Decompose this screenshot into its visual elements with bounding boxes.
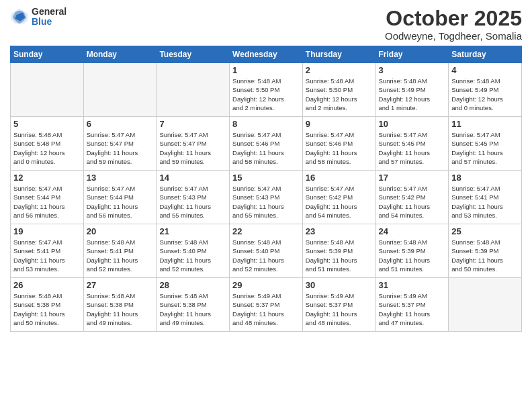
day-cell-0-6: 4Sunrise: 5:48 AM Sunset: 5:49 PM Daylig… <box>449 63 522 117</box>
day-cell-0-5: 3Sunrise: 5:48 AM Sunset: 5:49 PM Daylig… <box>375 63 449 117</box>
day-cell-0-0 <box>11 63 84 117</box>
location: Oodweyne, Togdheer, Somalia <box>385 30 522 42</box>
day-number-4-4: 30 <box>306 280 373 290</box>
day-number-4-0: 26 <box>13 280 81 290</box>
day-info-4-0: Sunrise: 5:48 AM Sunset: 5:38 PM Dayligh… <box>13 291 81 327</box>
day-number-3-1: 20 <box>87 226 154 236</box>
day-cell-2-6: 18Sunrise: 5:47 AM Sunset: 5:41 PM Dayli… <box>449 171 522 224</box>
day-info-0-3: Sunrise: 5:48 AM Sunset: 5:50 PM Dayligh… <box>232 77 300 112</box>
day-cell-3-0: 19Sunrise: 5:47 AM Sunset: 5:41 PM Dayli… <box>11 224 84 278</box>
day-info-2-0: Sunrise: 5:47 AM Sunset: 5:44 PM Dayligh… <box>13 184 81 220</box>
day-cell-4-0: 26Sunrise: 5:48 AM Sunset: 5:38 PM Dayli… <box>11 278 84 332</box>
day-cell-2-3: 15Sunrise: 5:47 AM Sunset: 5:43 PM Dayli… <box>230 171 303 224</box>
day-number-1-0: 5 <box>13 119 81 129</box>
day-cell-1-4: 9Sunrise: 5:47 AM Sunset: 5:46 PM Daylig… <box>302 117 375 171</box>
day-number-0-5: 3 <box>379 65 446 75</box>
day-number-4-1: 27 <box>87 280 154 290</box>
day-cell-1-5: 10Sunrise: 5:47 AM Sunset: 5:45 PM Dayli… <box>375 117 449 171</box>
day-info-3-0: Sunrise: 5:47 AM Sunset: 5:41 PM Dayligh… <box>13 238 81 273</box>
logo-general: General <box>32 7 66 17</box>
day-number-2-5: 17 <box>379 173 446 183</box>
day-info-2-3: Sunrise: 5:47 AM Sunset: 5:43 PM Dayligh… <box>232 184 300 220</box>
day-number-2-1: 13 <box>87 173 154 183</box>
day-info-1-0: Sunrise: 5:48 AM Sunset: 5:48 PM Dayligh… <box>13 130 81 166</box>
day-info-2-1: Sunrise: 5:47 AM Sunset: 5:44 PM Dayligh… <box>87 184 154 220</box>
weekday-header-row: Sunday Monday Tuesday Wednesday Thursday… <box>11 46 522 63</box>
day-info-3-3: Sunrise: 5:48 AM Sunset: 5:40 PM Dayligh… <box>232 238 300 273</box>
day-info-4-2: Sunrise: 5:48 AM Sunset: 5:38 PM Dayligh… <box>159 291 226 327</box>
week-row-0: 1Sunrise: 5:48 AM Sunset: 5:50 PM Daylig… <box>11 63 522 117</box>
day-cell-2-5: 17Sunrise: 5:47 AM Sunset: 5:42 PM Dayli… <box>375 171 449 224</box>
day-info-4-4: Sunrise: 5:49 AM Sunset: 5:37 PM Dayligh… <box>306 291 373 327</box>
week-row-3: 19Sunrise: 5:47 AM Sunset: 5:41 PM Dayli… <box>11 224 522 278</box>
day-cell-0-1 <box>83 63 157 117</box>
day-number-1-3: 8 <box>232 119 300 129</box>
day-number-2-3: 15 <box>232 173 300 183</box>
day-cell-2-1: 13Sunrise: 5:47 AM Sunset: 5:44 PM Dayli… <box>83 171 157 224</box>
day-number-0-3: 1 <box>232 65 300 75</box>
day-number-3-3: 22 <box>232 226 300 236</box>
day-cell-0-4: 2Sunrise: 5:48 AM Sunset: 5:50 PM Daylig… <box>302 63 375 117</box>
header-tuesday: Tuesday <box>157 46 230 63</box>
day-cell-4-5: 31Sunrise: 5:49 AM Sunset: 5:37 PM Dayli… <box>375 278 449 332</box>
day-info-2-5: Sunrise: 5:47 AM Sunset: 5:42 PM Dayligh… <box>379 184 446 220</box>
day-info-4-5: Sunrise: 5:49 AM Sunset: 5:37 PM Dayligh… <box>379 291 446 327</box>
day-number-1-6: 11 <box>451 119 519 129</box>
day-info-0-5: Sunrise: 5:48 AM Sunset: 5:49 PM Dayligh… <box>379 77 446 112</box>
day-cell-4-1: 27Sunrise: 5:48 AM Sunset: 5:38 PM Dayli… <box>83 278 157 332</box>
header-wednesday: Wednesday <box>230 46 303 63</box>
day-number-1-4: 9 <box>306 119 373 129</box>
header-sunday: Sunday <box>11 46 84 63</box>
header-thursday: Thursday <box>302 46 375 63</box>
logo-text: General Blue <box>32 7 66 28</box>
day-info-3-2: Sunrise: 5:48 AM Sunset: 5:40 PM Dayligh… <box>159 238 226 273</box>
day-cell-1-1: 6Sunrise: 5:47 AM Sunset: 5:47 PM Daylig… <box>83 117 157 171</box>
day-number-3-0: 19 <box>13 226 81 236</box>
day-cell-4-3: 29Sunrise: 5:49 AM Sunset: 5:37 PM Dayli… <box>230 278 303 332</box>
day-number-1-5: 10 <box>379 119 446 129</box>
day-info-1-3: Sunrise: 5:47 AM Sunset: 5:46 PM Dayligh… <box>232 130 300 166</box>
day-cell-3-6: 25Sunrise: 5:48 AM Sunset: 5:39 PM Dayli… <box>449 224 522 278</box>
header-friday: Friday <box>375 46 449 63</box>
week-row-1: 5Sunrise: 5:48 AM Sunset: 5:48 PM Daylig… <box>11 117 522 171</box>
day-info-3-4: Sunrise: 5:48 AM Sunset: 5:39 PM Dayligh… <box>306 238 373 273</box>
day-info-2-4: Sunrise: 5:47 AM Sunset: 5:42 PM Dayligh… <box>306 184 373 220</box>
day-number-4-5: 31 <box>379 280 446 290</box>
header: General Blue October 2025 Oodweyne, Togd… <box>10 7 522 42</box>
day-cell-2-0: 12Sunrise: 5:47 AM Sunset: 5:44 PM Dayli… <box>11 171 84 224</box>
day-cell-4-4: 30Sunrise: 5:49 AM Sunset: 5:37 PM Dayli… <box>302 278 375 332</box>
day-info-1-2: Sunrise: 5:47 AM Sunset: 5:47 PM Dayligh… <box>159 130 226 166</box>
day-cell-0-3: 1Sunrise: 5:48 AM Sunset: 5:50 PM Daylig… <box>230 63 303 117</box>
day-number-3-2: 21 <box>159 226 226 236</box>
day-number-2-0: 12 <box>13 173 81 183</box>
day-number-2-6: 18 <box>451 173 519 183</box>
day-cell-2-2: 14Sunrise: 5:47 AM Sunset: 5:43 PM Dayli… <box>157 171 230 224</box>
day-info-2-6: Sunrise: 5:47 AM Sunset: 5:41 PM Dayligh… <box>451 184 519 220</box>
day-number-1-2: 7 <box>159 119 226 129</box>
day-number-2-2: 14 <box>159 173 226 183</box>
day-number-4-2: 28 <box>159 280 226 290</box>
header-monday: Monday <box>83 46 157 63</box>
day-cell-3-1: 20Sunrise: 5:48 AM Sunset: 5:41 PM Dayli… <box>83 224 157 278</box>
day-cell-3-4: 23Sunrise: 5:48 AM Sunset: 5:39 PM Dayli… <box>302 224 375 278</box>
logo-icon <box>10 7 29 26</box>
day-number-3-5: 24 <box>379 226 446 236</box>
month-title: October 2025 <box>385 7 522 30</box>
day-info-0-6: Sunrise: 5:48 AM Sunset: 5:49 PM Dayligh… <box>451 77 519 112</box>
day-info-1-5: Sunrise: 5:47 AM Sunset: 5:45 PM Dayligh… <box>379 130 446 166</box>
day-info-3-5: Sunrise: 5:48 AM Sunset: 5:39 PM Dayligh… <box>379 238 446 273</box>
day-info-1-4: Sunrise: 5:47 AM Sunset: 5:46 PM Dayligh… <box>306 130 373 166</box>
day-info-4-3: Sunrise: 5:49 AM Sunset: 5:37 PM Dayligh… <box>232 291 300 327</box>
day-cell-0-2 <box>157 63 230 117</box>
day-number-4-3: 29 <box>232 280 300 290</box>
day-cell-4-2: 28Sunrise: 5:48 AM Sunset: 5:38 PM Dayli… <box>157 278 230 332</box>
day-cell-2-4: 16Sunrise: 5:47 AM Sunset: 5:42 PM Dayli… <box>302 171 375 224</box>
day-number-0-6: 4 <box>451 65 519 75</box>
day-info-3-6: Sunrise: 5:48 AM Sunset: 5:39 PM Dayligh… <box>451 238 519 273</box>
day-cell-3-3: 22Sunrise: 5:48 AM Sunset: 5:40 PM Dayli… <box>230 224 303 278</box>
week-row-4: 26Sunrise: 5:48 AM Sunset: 5:38 PM Dayli… <box>11 278 522 332</box>
week-row-2: 12Sunrise: 5:47 AM Sunset: 5:44 PM Dayli… <box>11 171 522 224</box>
day-cell-4-6 <box>449 278 522 332</box>
header-saturday: Saturday <box>449 46 522 63</box>
title-block: October 2025 Oodweyne, Togdheer, Somalia <box>385 7 522 42</box>
